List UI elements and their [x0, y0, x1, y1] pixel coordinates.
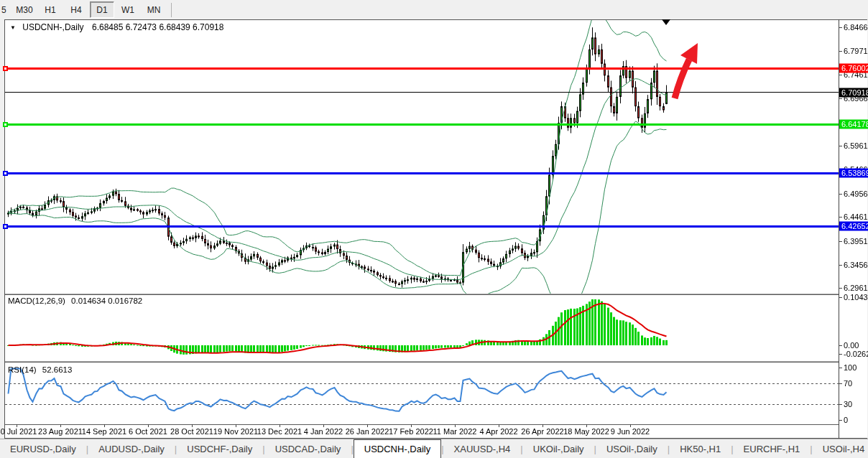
trend-arrow-annotation[interactable] [0, 0, 868, 458]
trading-terminal-window: 5M30H1H4D1W1MN ▼ USDCNH-,Daily 6.68485 6… [0, 0, 868, 458]
